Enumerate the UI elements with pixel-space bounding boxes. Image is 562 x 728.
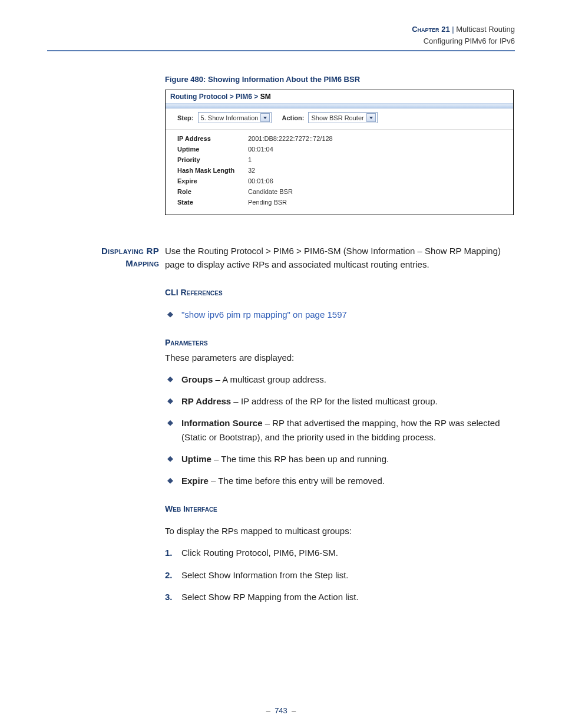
cli-link[interactable]: "show ipv6 pim rp mapping" on page 1597 bbox=[181, 309, 347, 319]
field-value: Pending BSR bbox=[248, 199, 287, 206]
field-label: Expire bbox=[177, 177, 248, 185]
table-row: Hash Mask Length32 bbox=[177, 165, 501, 176]
breadcrumb: Routing Protocol > PIM6 > SM bbox=[166, 90, 513, 104]
field-label: State bbox=[177, 199, 248, 206]
param-name: Information Source bbox=[181, 418, 263, 428]
table-row: RoleCandidate BSR bbox=[177, 186, 501, 197]
list-item: "show ipv6 pim rp mapping" on page 1597 bbox=[165, 308, 515, 321]
parameters-heading: Parameters bbox=[165, 337, 515, 350]
web-interface-intro: To display the RPs mapped to multicast g… bbox=[165, 524, 515, 538]
list-item: RP Address – IP address of the RP for th… bbox=[165, 394, 515, 408]
param-name: Expire bbox=[181, 476, 209, 486]
breadcrumb-current: SM bbox=[260, 93, 271, 101]
margin-heading-line2: Mapping bbox=[125, 258, 159, 268]
list-item: Expire – The time before this entry will… bbox=[165, 474, 515, 487]
action-label: Action: bbox=[282, 114, 304, 121]
field-value: 32 bbox=[248, 167, 255, 174]
control-row: Step: 5. Show Information Action: Show B… bbox=[166, 108, 513, 130]
param-desc: – The time before this entry will be rem… bbox=[209, 476, 385, 486]
step-item: Select Show Information from the Step li… bbox=[165, 568, 515, 582]
gradient-bar bbox=[166, 104, 513, 108]
field-label: Role bbox=[177, 188, 248, 195]
field-label: Uptime bbox=[177, 146, 248, 153]
field-value: 2001:DB8:2222:7272::72/128 bbox=[248, 135, 333, 142]
header-title: Multicast Routing bbox=[456, 25, 515, 34]
step-item: Select Show RP Mapping from the Action l… bbox=[165, 590, 515, 604]
param-desc: – IP address of the RP for the listed mu… bbox=[231, 396, 437, 406]
chevron-down-icon[interactable] bbox=[366, 113, 376, 122]
step-item: Click Routing Protocol, PIM6, PIM6-SM. bbox=[165, 546, 515, 559]
field-label: IP Address bbox=[177, 135, 248, 142]
page-header: Chapter 21 | Multicast Routing Configuri… bbox=[47, 24, 515, 47]
cli-references-heading: CLI References bbox=[165, 286, 515, 299]
table-row: IP Address2001:DB8:2222:7272::72/128 bbox=[177, 133, 501, 144]
table-row: Uptime00:01:04 bbox=[177, 144, 501, 154]
step-select-value: 5. Show Information bbox=[201, 114, 259, 121]
screenshot-panel: Routing Protocol > PIM6 > SM Step: 5. Sh… bbox=[165, 90, 514, 215]
header-rule bbox=[47, 50, 515, 51]
list-item: Uptime – The time this RP has been up an… bbox=[165, 452, 515, 466]
list-item: Groups – A multicast group address. bbox=[165, 373, 515, 386]
parameters-intro: These parameters are displayed: bbox=[165, 351, 515, 364]
field-value: 1 bbox=[248, 156, 252, 163]
param-name: Uptime bbox=[181, 454, 211, 464]
margin-heading-line1: Displaying RP bbox=[101, 246, 159, 256]
action-select-value: Show BSR Router bbox=[311, 114, 363, 121]
chapter-label: Chapter 21 bbox=[412, 25, 449, 34]
field-label: Priority bbox=[177, 156, 248, 163]
info-table: IP Address2001:DB8:2222:7272::72/128 Upt… bbox=[166, 130, 513, 215]
param-desc: – The time this RP has been up and runni… bbox=[211, 454, 389, 464]
param-name: RP Address bbox=[181, 396, 231, 406]
table-row: StatePending BSR bbox=[177, 197, 501, 207]
footer-dash: – bbox=[266, 706, 270, 715]
param-name: Groups bbox=[181, 374, 213, 384]
footer-dash: – bbox=[292, 706, 296, 715]
table-row: Priority1 bbox=[177, 154, 501, 165]
list-item: Information Source – RP that advertised … bbox=[165, 416, 515, 444]
breadcrumb-part[interactable]: PIM6 > bbox=[236, 93, 258, 101]
field-label: Hash Mask Length bbox=[177, 167, 248, 174]
margin-heading: Displaying RP Mapping bbox=[94, 245, 159, 271]
chevron-down-icon[interactable] bbox=[260, 113, 270, 122]
step-label: Step: bbox=[177, 114, 194, 121]
field-value: Candidate BSR bbox=[248, 188, 293, 195]
param-desc: – A multicast group address. bbox=[213, 374, 326, 384]
page-footer: – 743 – bbox=[0, 706, 562, 715]
breadcrumb-part[interactable]: Routing Protocol > bbox=[170, 93, 234, 101]
step-select[interactable]: 5. Show Information bbox=[198, 112, 272, 123]
table-row: Expire00:01:06 bbox=[177, 176, 501, 186]
page-number: 743 bbox=[275, 706, 287, 715]
action-select[interactable]: Show BSR Router bbox=[308, 112, 377, 123]
field-value: 00:01:04 bbox=[248, 146, 273, 153]
figure-caption: Figure 480: Showing Information About th… bbox=[165, 75, 515, 84]
web-interface-heading: Web Interface bbox=[165, 503, 515, 516]
header-subtitle: Configuring PIMv6 for IPv6 bbox=[424, 37, 515, 45]
field-value: 00:01:06 bbox=[248, 177, 273, 185]
header-separator: | bbox=[452, 25, 454, 34]
intro-paragraph: Use the Routing Protocol > PIM6 > PIM6-S… bbox=[165, 245, 515, 271]
